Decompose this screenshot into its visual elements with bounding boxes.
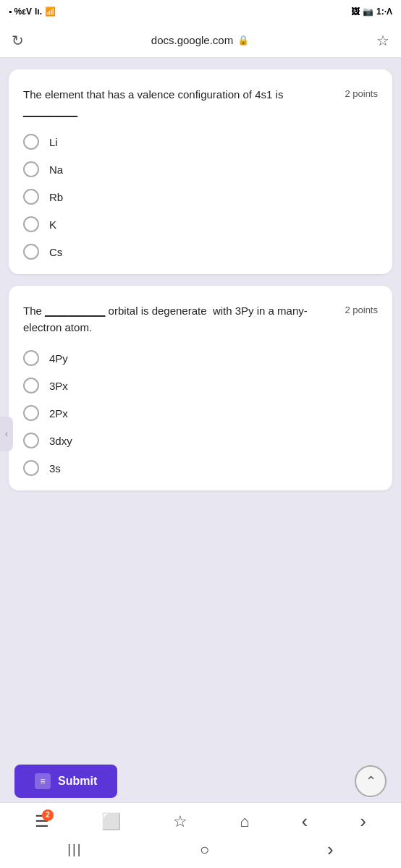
option-label-q1-cs: Cs	[49, 246, 62, 258]
question-text-1: The element that has a valence configura…	[23, 87, 345, 119]
time-display: 1:·Λ	[376, 7, 392, 17]
chevron-right-icon: ›	[327, 838, 334, 861]
radio-q2-3s[interactable]	[23, 460, 39, 476]
option-label-q1-k: K	[49, 218, 56, 231]
scroll-top-button[interactable]: ⌃	[355, 765, 387, 797]
back-icon: ‹	[302, 810, 308, 833]
bars-icon: lı.	[35, 7, 42, 17]
nav-item-chevron[interactable]: ›	[327, 838, 334, 861]
signal-icon: ▪ %εV	[9, 7, 32, 17]
chevron-up-icon: ⌃	[366, 773, 376, 789]
radio-q2-4py[interactable]	[23, 350, 39, 366]
photo-icon: 🖼	[351, 7, 360, 17]
nav-star-icon: ☆	[173, 812, 187, 831]
nav-item-home[interactable]: ⌂	[240, 812, 249, 831]
question-card-1: The element that has a valence configura…	[9, 69, 392, 274]
question-header-2: The __________ orbital is degenerate wit…	[23, 303, 378, 336]
option-q2-3px[interactable]: 3Px	[23, 378, 378, 393]
main-content: ‹ The element that has a valence configu…	[0, 58, 401, 757]
radio-q2-3px[interactable]	[23, 378, 39, 393]
radio-q1-rb[interactable]	[23, 189, 39, 205]
star-icon[interactable]: ☆	[376, 32, 389, 49]
options-list-1: Li Na Rb K Cs	[23, 134, 378, 260]
radio-q1-cs[interactable]	[23, 244, 39, 260]
submit-button-label: Submit	[58, 775, 97, 788]
radio-q1-na[interactable]	[23, 161, 39, 177]
options-list-2: 4Py 3Px 2Px 3dxy 3s	[23, 350, 378, 476]
option-label-q2-3s: 3s	[49, 462, 61, 475]
option-label-q2-3px: 3Px	[49, 380, 68, 392]
option-q1-na[interactable]: Na	[23, 161, 378, 177]
home-icon: ⌂	[240, 812, 249, 831]
url-display[interactable]: docs.google.com 🔒	[151, 34, 249, 46]
camera-icon: 📷	[363, 7, 373, 17]
option-label-q1-rb: Rb	[49, 191, 63, 203]
question-card-2: The __________ orbital is degenerate wit…	[9, 286, 392, 490]
option-q2-3s[interactable]: 3s	[23, 460, 378, 476]
radio-q1-li[interactable]	[23, 134, 39, 150]
radio-q2-3dxy[interactable]	[23, 433, 39, 448]
wifi-icon: 📶	[45, 7, 56, 17]
option-label-q1-na: Na	[49, 163, 63, 176]
url-text: docs.google.com	[151, 34, 233, 46]
option-label-q2-2px: 2Px	[49, 407, 68, 420]
option-label-q1-li: Li	[49, 136, 58, 148]
scroll-indicator: ‹	[0, 417, 13, 451]
option-q1-li[interactable]: Li	[23, 134, 378, 150]
nav-bar: ☰ 2 ⬜ ☆ ⌂ ‹ › ||| ○ ›	[0, 802, 401, 868]
option-q1-k[interactable]: K	[23, 216, 378, 232]
radio-q1-k[interactable]	[23, 216, 39, 232]
circle-icon: ○	[200, 841, 209, 859]
option-label-q2-4py: 4Py	[49, 352, 68, 365]
nav-row-bottom: ||| ○ ›	[0, 835, 401, 867]
nav-item-forward[interactable]: ›	[360, 810, 366, 833]
nav-item-back[interactable]: ‹	[302, 810, 308, 833]
status-left: ▪ %εV lı. 📶	[9, 7, 56, 17]
question-text-2: The __________ orbital is degenerate wit…	[23, 303, 345, 336]
question-points-2: 2 points	[345, 305, 378, 315]
nav-item-circle[interactable]: ○	[200, 841, 209, 859]
status-bar: ▪ %εV lı. 📶 🖼 📷 1:·Λ	[0, 0, 401, 23]
reload-icon[interactable]: ↻	[12, 32, 24, 49]
option-q1-cs[interactable]: Cs	[23, 244, 378, 260]
question-header-1: The element that has a valence configura…	[23, 87, 378, 119]
forward-icon: ›	[360, 810, 366, 833]
nav-item-menu[interactable]: ☰ 2	[35, 812, 49, 831]
nav-badge-menu: 2	[42, 809, 54, 821]
nav-row-top: ☰ 2 ⬜ ☆ ⌂ ‹ ›	[0, 807, 401, 835]
option-q2-4py[interactable]: 4Py	[23, 350, 378, 366]
lines-icon: |||	[67, 842, 82, 857]
tabs-icon: ⬜	[101, 812, 121, 831]
nav-item-lines[interactable]: |||	[67, 842, 82, 857]
nav-item-star[interactable]: ☆	[173, 812, 187, 831]
submit-button[interactable]: ≡ Submit	[14, 765, 117, 798]
question-points-1: 2 points	[345, 88, 378, 99]
option-q2-3dxy[interactable]: 3dxy	[23, 433, 378, 448]
nav-item-tabs[interactable]: ⬜	[101, 812, 121, 831]
status-right: 🖼 📷 1:·Λ	[351, 7, 392, 17]
bottom-bar: ≡ Submit ⌃	[0, 757, 401, 802]
submit-button-icon: ≡	[35, 773, 51, 789]
option-label-q2-3dxy: 3dxy	[49, 435, 72, 447]
option-q2-2px[interactable]: 2Px	[23, 405, 378, 421]
option-q1-rb[interactable]: Rb	[23, 189, 378, 205]
address-bar: ↻ docs.google.com 🔒 ☆	[0, 23, 401, 58]
lock-icon: 🔒	[237, 35, 249, 46]
radio-q2-2px[interactable]	[23, 405, 39, 421]
